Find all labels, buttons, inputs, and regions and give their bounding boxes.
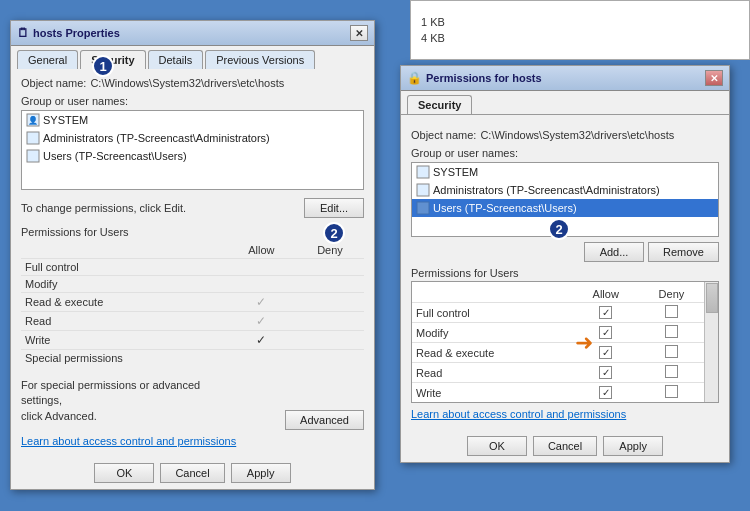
perms-group-label: Group or user names: (411, 147, 719, 159)
deny-cell (296, 259, 364, 276)
svg-rect-3 (27, 150, 39, 162)
object-name-value: C:\Windows\System32\drivers\etc\hosts (90, 77, 284, 89)
cancel-button[interactable]: Cancel (160, 463, 224, 483)
perm-name: Modify (412, 323, 573, 343)
allow-cell: ✓ (227, 293, 296, 312)
svg-rect-4 (417, 166, 429, 178)
perm-name: Read & execute (412, 343, 573, 363)
hosts-props-button-row: OK Cancel Apply (11, 455, 374, 489)
apply-button[interactable]: Apply (231, 463, 291, 483)
arrow-indicator: ➜ (575, 330, 593, 356)
perms-apply-button[interactable]: Apply (603, 436, 663, 456)
perms-section-label: Permissions for Users (21, 226, 364, 238)
hosts-props-tabs: General Security Details Previous Versio… (11, 46, 374, 69)
perm-name-header (21, 242, 227, 259)
learn-link[interactable]: Learn about access control and permissio… (21, 435, 236, 447)
remove-button[interactable]: Remove (648, 242, 719, 262)
hosts-props-title-icon: 🗒 (17, 26, 29, 40)
tab-previous-versions[interactable]: Previous Versions (205, 50, 315, 69)
perms-object-name-label: Object name: (411, 129, 476, 141)
hosts-props-close-button[interactable]: ✕ (350, 25, 368, 41)
perms-dialog-close-button[interactable]: ✕ (705, 70, 723, 86)
allow-header: Allow (227, 242, 296, 259)
deny-cb[interactable] (639, 363, 704, 383)
svg-rect-6 (417, 202, 429, 214)
deny-cb[interactable] (639, 343, 704, 363)
perms-list-item-users[interactable]: Users (TP-Screencast\Users) (412, 199, 718, 217)
deny-cell (296, 350, 364, 367)
deny-cb[interactable] (639, 323, 704, 343)
perms-table: Allow Deny Full control Modify (412, 286, 704, 402)
allow-cell: ✓ (227, 331, 296, 350)
object-name-label: Object name: (21, 77, 86, 89)
perms-title-icon: 🔒 (407, 71, 422, 85)
file-size-2: 4 KB (421, 30, 739, 46)
perm-name: Read & execute (21, 293, 227, 312)
file-size-1: 1 KB (421, 14, 739, 30)
perms-dialog-content: Object name: C:\Windows\System32\drivers… (401, 121, 729, 428)
tab-general[interactable]: General (17, 50, 78, 69)
perm-special: Special permissions (21, 350, 364, 367)
perms-object-name-row: Object name: C:\Windows\System32\drivers… (411, 129, 719, 141)
group-label: Group or user names: (21, 95, 364, 107)
users-icon (26, 149, 40, 163)
perms-list-item-system[interactable]: SYSTEM (412, 163, 718, 181)
perms-admins-icon (416, 183, 430, 197)
svg-rect-2 (27, 132, 39, 144)
allow-cb[interactable] (573, 363, 639, 383)
system-icon: 👤 (26, 113, 40, 127)
perms-modify: Modify (412, 323, 704, 343)
perms-ok-button[interactable]: OK (467, 436, 527, 456)
perm-name: Special permissions (21, 350, 227, 367)
perms-scrollbar[interactable] (704, 282, 718, 402)
edit-button[interactable]: Edit... (304, 198, 364, 218)
hosts-properties-dialog: 🗒 hosts Properties ✕ General Security De… (10, 20, 375, 490)
list-item-system[interactable]: 👤 SYSTEM (22, 111, 363, 129)
permissions-table: Allow Deny Full control Modify Read & ex… (21, 242, 364, 366)
deny-cb[interactable] (639, 303, 704, 323)
allow-cell: ✓ (227, 312, 296, 331)
admins-icon (26, 131, 40, 145)
perm-name: Full control (412, 303, 573, 323)
tab-details[interactable]: Details (148, 50, 204, 69)
perms-read-execute: Read & execute (412, 343, 704, 363)
perms-learn-link[interactable]: Learn about access control and permissio… (411, 408, 626, 420)
allow-cb[interactable] (573, 303, 639, 323)
perm-name: Write (21, 331, 227, 350)
perms-users-icon (416, 201, 430, 215)
list-item-users[interactable]: Users (TP-Screencast\Users) (22, 147, 363, 165)
deny-cell (296, 331, 364, 350)
perms-deny-header: Deny (639, 286, 704, 303)
perm-read-execute: Read & execute ✓ (21, 293, 364, 312)
permissions-dialog: 🔒 Permissions for hosts ✕ Security Objec… (400, 65, 730, 463)
ok-button[interactable]: OK (94, 463, 154, 483)
perms-list-item-admins[interactable]: Administrators (TP-Screencast\Administra… (412, 181, 718, 199)
deny-cb[interactable] (639, 383, 704, 403)
perms-dialog-title: 🔒 Permissions for hosts (407, 71, 542, 85)
perm-name: Write (412, 383, 573, 403)
users-list[interactable]: 👤 SYSTEM Administrators (TP-Screencast\A… (21, 110, 364, 190)
hosts-props-content: Object name: C:\Windows\System32\drivers… (11, 69, 374, 455)
perm-name: Read (21, 312, 227, 331)
perms-write: Write (412, 383, 704, 403)
svg-rect-5 (417, 184, 429, 196)
perms-object-name-value: C:\Windows\System32\drivers\etc\hosts (480, 129, 674, 141)
perm-name: Read (412, 363, 573, 383)
allow-cell (227, 350, 296, 367)
perm-name: Full control (21, 259, 227, 276)
add-button[interactable]: Add... (584, 242, 644, 262)
tab-security-perms[interactable]: Security (407, 95, 472, 114)
tab-divider (401, 114, 729, 115)
deny-cell (296, 312, 364, 331)
allow-cell (227, 276, 296, 293)
advanced-button[interactable]: Advanced (285, 410, 364, 430)
perm-full-control: Full control (21, 259, 364, 276)
perms-cancel-button[interactable]: Cancel (533, 436, 597, 456)
object-name-row: Object name: C:\Windows\System32\drivers… (21, 77, 364, 89)
deny-cell (296, 293, 364, 312)
allow-cb[interactable] (573, 383, 639, 403)
perm-modify: Modify (21, 276, 364, 293)
badge-2-left: 2 (323, 222, 345, 244)
perm-name: Modify (21, 276, 227, 293)
list-item-admins[interactable]: Administrators (TP-Screencast\Administra… (22, 129, 363, 147)
